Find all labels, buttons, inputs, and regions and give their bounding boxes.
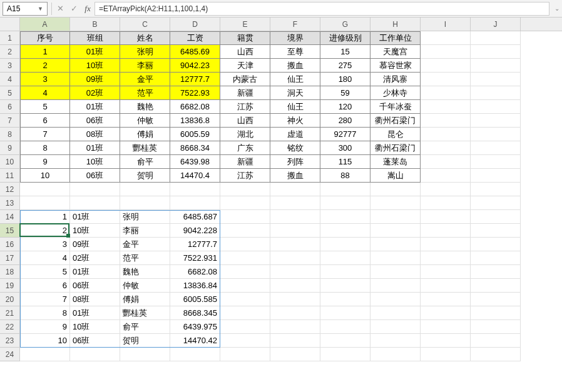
cell[interactable]: 嵩山 — [370, 169, 421, 183]
row-header[interactable]: 4 — [0, 73, 20, 86]
cell[interactable]: 8 — [20, 306, 70, 320]
cell[interactable] — [471, 320, 521, 334]
row-header[interactable]: 13 — [0, 196, 20, 210]
cell[interactable] — [421, 45, 471, 59]
formula-input[interactable]: =ETArrayPick(A2:H11,1,100,1,4) — [95, 2, 549, 16]
cell[interactable]: 01班 — [70, 265, 120, 279]
row-header[interactable]: 8 — [0, 128, 20, 141]
cell[interactable]: 范平 — [120, 251, 170, 265]
select-all-corner[interactable] — [0, 18, 20, 31]
cell[interactable]: 李丽 — [120, 224, 170, 238]
cell[interactable] — [270, 224, 320, 238]
cell[interactable] — [170, 196, 220, 210]
cell[interactable] — [170, 348, 220, 361]
cell[interactable]: 6439.975 — [170, 320, 220, 334]
row-header[interactable]: 22 — [0, 320, 20, 334]
cell[interactable]: 列阵 — [270, 155, 320, 169]
cell[interactable]: 10 — [20, 169, 70, 183]
cancel-icon[interactable]: ✕ — [53, 2, 67, 16]
cell[interactable] — [471, 238, 521, 251]
cell[interactable] — [421, 73, 471, 86]
cell[interactable]: 湖北 — [220, 128, 270, 141]
cell[interactable] — [220, 251, 270, 265]
row-header[interactable]: 2 — [0, 45, 20, 59]
cell[interactable] — [320, 210, 370, 224]
cell[interactable] — [421, 183, 471, 196]
cell[interactable]: 籍贯 — [220, 31, 270, 45]
cell[interactable]: 少林寺 — [370, 86, 421, 100]
column-header[interactable]: B — [70, 18, 120, 31]
cell[interactable]: 01班 — [70, 100, 120, 114]
cell[interactable]: 酆桂英 — [120, 141, 170, 155]
cell[interactable] — [370, 183, 421, 196]
row-header[interactable]: 11 — [0, 169, 20, 183]
cell[interactable]: 7522.93 — [170, 86, 220, 100]
row-header[interactable]: 12 — [0, 183, 20, 196]
cell[interactable] — [471, 100, 521, 114]
cell[interactable] — [270, 348, 320, 361]
cell[interactable]: 衢州石梁门 — [370, 114, 421, 128]
cell[interactable]: 6 — [20, 279, 70, 293]
cell[interactable] — [120, 183, 170, 196]
cell[interactable]: 06班 — [70, 114, 120, 128]
cell[interactable]: 01班 — [70, 306, 120, 320]
cell[interactable]: 06班 — [70, 279, 120, 293]
column-header[interactable]: G — [320, 18, 370, 31]
cell[interactable] — [370, 251, 421, 265]
cell[interactable] — [421, 334, 471, 348]
cell[interactable]: 姓名 — [120, 31, 170, 45]
row-header[interactable]: 7 — [0, 114, 20, 128]
cell[interactable]: 10班 — [70, 320, 120, 334]
column-header[interactable]: C — [120, 18, 170, 31]
cell[interactable]: 至尊 — [270, 45, 320, 59]
cell[interactable]: 15 — [320, 45, 370, 59]
cell[interactable]: 4 — [20, 251, 70, 265]
cell[interactable]: 5 — [20, 100, 70, 114]
cell[interactable] — [270, 320, 320, 334]
cell[interactable] — [471, 196, 521, 210]
cell[interactable] — [270, 210, 320, 224]
cell[interactable] — [370, 306, 421, 320]
cell[interactable] — [370, 224, 421, 238]
cell[interactable] — [421, 128, 471, 141]
cell[interactable]: 6439.98 — [170, 155, 220, 169]
cell[interactable]: 02班 — [70, 251, 120, 265]
cell[interactable]: 金平 — [120, 73, 170, 86]
cell[interactable]: 120 — [320, 100, 370, 114]
cell[interactable] — [220, 320, 270, 334]
cell[interactable]: 仙王 — [270, 73, 320, 86]
cell[interactable] — [270, 293, 320, 306]
cell[interactable]: 新疆 — [220, 86, 270, 100]
cell[interactable]: 天魔宫 — [370, 45, 421, 59]
cell[interactable] — [421, 279, 471, 293]
cell[interactable]: 贺明 — [120, 169, 170, 183]
cell[interactable]: 6682.08 — [170, 265, 220, 279]
row-header[interactable]: 14 — [0, 210, 20, 224]
cell[interactable] — [220, 210, 270, 224]
row-header[interactable]: 20 — [0, 293, 20, 306]
cell[interactable]: 虚道 — [270, 128, 320, 141]
cell[interactable] — [421, 320, 471, 334]
column-header[interactable]: H — [370, 18, 421, 31]
cell[interactable]: 新疆 — [220, 155, 270, 169]
column-header[interactable]: F — [270, 18, 320, 31]
cell[interactable] — [471, 183, 521, 196]
cell[interactable]: 13836.8 — [170, 114, 220, 128]
cell[interactable]: 工资 — [170, 31, 220, 45]
cell[interactable] — [370, 196, 421, 210]
cell[interactable]: 8668.345 — [170, 306, 220, 320]
cell[interactable] — [320, 196, 370, 210]
cell[interactable] — [471, 224, 521, 238]
expand-formula-icon[interactable]: ⌄ — [552, 5, 562, 12]
cell[interactable] — [320, 251, 370, 265]
cell[interactable] — [320, 224, 370, 238]
cell[interactable]: 7 — [20, 128, 70, 141]
cell[interactable]: 江苏 — [220, 100, 270, 114]
cell[interactable] — [471, 293, 521, 306]
cell[interactable] — [421, 141, 471, 155]
cell[interactable] — [421, 31, 471, 45]
cell[interactable] — [421, 265, 471, 279]
cell[interactable]: 6682.08 — [170, 100, 220, 114]
cell[interactable]: 01班 — [70, 141, 120, 155]
cell[interactable]: 金平 — [120, 238, 170, 251]
